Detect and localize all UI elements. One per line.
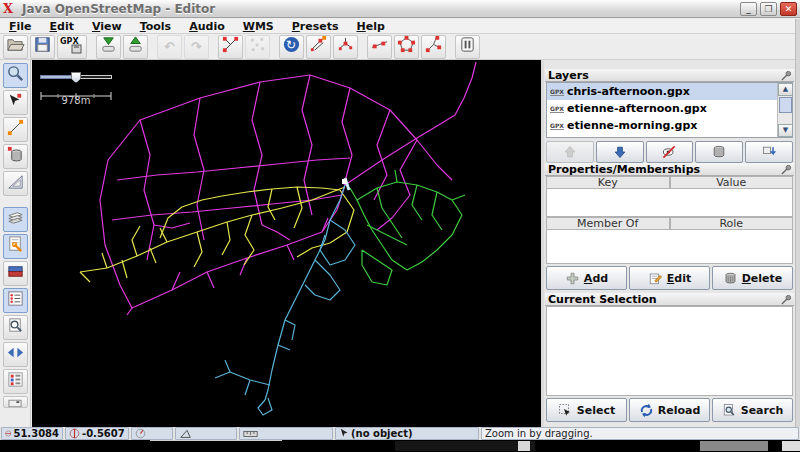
split-way-button[interactable]: [218, 35, 243, 59]
arrow-down-icon: [612, 144, 628, 160]
close-button[interactable]: ✕: [780, 2, 797, 16]
object-name-field: (no object): [335, 427, 479, 440]
heading-field: [131, 427, 173, 440]
slider-groove-empty[interactable]: [76, 75, 112, 79]
slider-groove-filled[interactable]: [40, 75, 76, 79]
search-toggle-button[interactable]: [3, 315, 28, 340]
layer-name: etienne-afternoon.gpx: [567, 102, 707, 115]
orthogonalize-button[interactable]: [421, 35, 446, 59]
menu-file[interactable]: File: [0, 19, 41, 34]
align-circle-button[interactable]: [394, 35, 419, 59]
longitude-icon: [69, 428, 80, 439]
delete-button[interactable]: Delete: [712, 266, 793, 290]
measure-icon: [6, 172, 25, 195]
value-column-header: Value: [670, 176, 794, 189]
menu-tools[interactable]: Tools: [131, 19, 180, 34]
key-column-header: Key: [546, 176, 670, 189]
partial-icon: [8, 396, 23, 408]
delete-layer-button[interactable]: [695, 141, 743, 163]
layers-panel-header: Layers: [545, 69, 794, 82]
map-canvas[interactable]: 978m: [32, 60, 541, 427]
gpx-export-button[interactable]: GPX: [57, 35, 87, 59]
titlebar[interactable]: X Java OpenStreetMap - Editor _ ❐ ✕: [0, 0, 800, 18]
pin-icon[interactable]: [781, 294, 792, 305]
gpx-export-icon: GPX: [59, 35, 85, 58]
pin-icon[interactable]: [781, 70, 792, 81]
menu-edit[interactable]: Edit: [41, 19, 83, 34]
slider-thumb[interactable]: [71, 72, 81, 83]
commands-toggle-button[interactable]: [3, 369, 28, 394]
toggle-dialogs-button[interactable]: [455, 35, 480, 59]
maximize-button[interactable]: ❐: [760, 2, 777, 16]
layer-row[interactable]: GPX etienne-afternoon.gpx: [547, 100, 778, 117]
merge-layer-down-button[interactable]: [745, 141, 793, 163]
longitude-field: -0.5607: [65, 427, 129, 440]
draw-tool-button[interactable]: [3, 117, 28, 142]
conflict-toggle-button[interactable]: [3, 342, 28, 367]
move-layer-down-button[interactable]: [596, 141, 644, 163]
move-tool-button[interactable]: [3, 90, 28, 115]
selection-list-toggle-button[interactable]: [3, 288, 28, 313]
app-icon: X: [3, 2, 16, 15]
split-way-icon: [221, 35, 240, 58]
menu-help[interactable]: Help: [348, 19, 394, 34]
delete-tool-button[interactable]: [3, 144, 28, 169]
unglue-icon: [248, 35, 267, 58]
search-icon: [722, 403, 737, 418]
menu-view[interactable]: View: [83, 19, 131, 34]
layer-row[interactable]: GPX norman-morning.gpx: [547, 134, 778, 138]
partial-tool-button[interactable]: [3, 396, 28, 408]
membership-table-body[interactable]: [546, 230, 793, 264]
menu-wms[interactable]: WMS: [234, 19, 283, 34]
menu-audio[interactable]: Audio: [180, 19, 234, 34]
redo-icon: ↷: [191, 39, 202, 54]
toggle-dialogs-icon: [458, 35, 477, 58]
window-title: Java OpenStreetMap - Editor: [22, 2, 740, 16]
layer-row[interactable]: GPX chris-afternoon.gpx: [547, 83, 778, 100]
conflict-icon: [6, 343, 25, 366]
measure-tool-button[interactable]: [3, 171, 28, 196]
kv-table-body[interactable]: [546, 189, 793, 217]
upload-button[interactable]: [123, 35, 148, 59]
layer-actions: [546, 141, 793, 163]
selection-highlight: [32, 60, 541, 427]
download-button[interactable]: [96, 35, 121, 59]
selection-list-icon: [6, 289, 25, 312]
align-line-button[interactable]: [367, 35, 392, 59]
window-frame-right: [795, 19, 800, 440]
properties-toggle-button[interactable]: [3, 234, 28, 259]
combine-way-button[interactable]: [306, 35, 331, 59]
edit-button[interactable]: Edit: [629, 266, 710, 290]
open-button[interactable]: [3, 35, 28, 59]
add-button[interactable]: Add: [546, 266, 627, 290]
scroll-up-icon[interactable]: ▲: [778, 83, 793, 96]
merge-nodes-button[interactable]: [333, 35, 358, 59]
membership-table-header: Member Of Role: [546, 217, 793, 230]
angle-icon: [179, 428, 192, 439]
map-zoom-slider[interactable]: [40, 72, 112, 82]
selection-panel-header: Current Selection: [545, 293, 794, 306]
search-button[interactable]: Search: [712, 398, 793, 422]
save-button[interactable]: [30, 35, 55, 59]
undo-button[interactable]: ↶: [157, 35, 182, 59]
minimize-button[interactable]: _: [740, 2, 757, 16]
redo-button[interactable]: ↷: [184, 35, 209, 59]
menu-presets[interactable]: Presets: [283, 19, 348, 34]
gpx-type-icon: GPX: [550, 105, 564, 113]
selection-list[interactable]: [546, 306, 793, 396]
move-layer-up-button[interactable]: [546, 141, 594, 163]
role-column-header: Role: [670, 217, 794, 230]
scroll-down-icon[interactable]: ▼: [778, 124, 793, 137]
layers-scrollbar[interactable]: ▲ ▼: [777, 83, 792, 137]
history-toggle-button[interactable]: [3, 261, 28, 286]
scroll-thumb[interactable]: [779, 97, 792, 113]
layers-toggle-button[interactable]: [3, 207, 28, 232]
select-button[interactable]: Select: [546, 398, 627, 422]
update-data-button[interactable]: ↻: [279, 35, 304, 59]
zoom-tool-button[interactable]: [3, 63, 28, 88]
pin-icon[interactable]: [781, 164, 792, 175]
reload-button[interactable]: Reload: [629, 398, 710, 422]
layer-row[interactable]: GPX etienne-morning.gpx: [547, 117, 778, 134]
unglue-button[interactable]: [245, 35, 270, 59]
show-hide-layer-button[interactable]: [646, 141, 694, 163]
